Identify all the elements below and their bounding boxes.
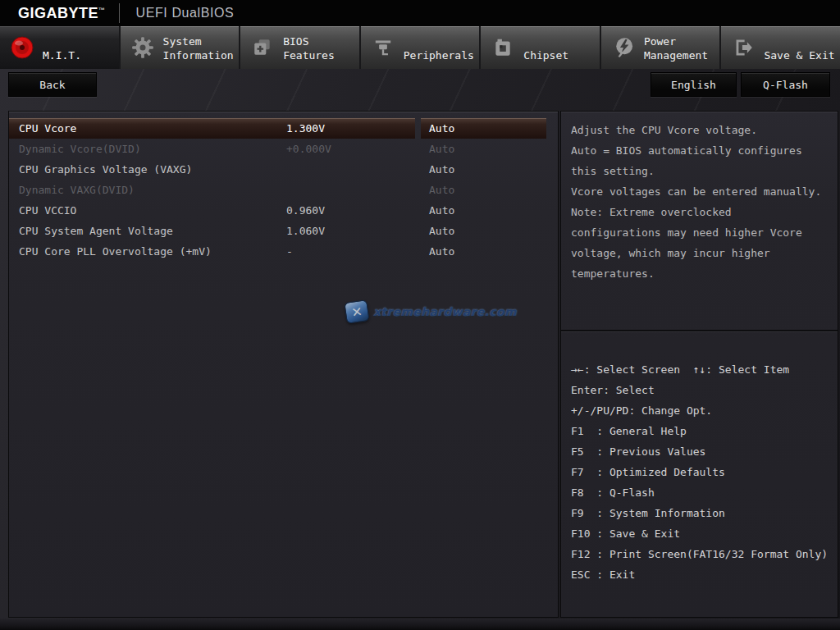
red-dot-icon: [10, 35, 34, 60]
key-legend-line: F7 : Optimized Defaults: [571, 462, 836, 482]
setting-row-cpu-vcore[interactable]: CPU Vcore 1.300V Auto: [9, 118, 558, 139]
setting-value: 1.060V: [286, 225, 415, 237]
help-panel: Adjust the CPU Vcore voltage. Auto = BIO…: [560, 111, 838, 618]
setting-label: CPU Graphics Voltage (VAXG): [9, 163, 286, 176]
power-bolt-icon: [611, 35, 636, 60]
top-bar: GIGABYTE™ UEFI DualBIOS: [0, 0, 840, 26]
key-legend-line: F1 : General Help: [571, 421, 836, 441]
firmware-title: UEFI DualBIOS: [136, 6, 235, 21]
key-legend-line: F10 : Save & Exit: [571, 523, 836, 544]
setting-option[interactable]: Auto: [421, 118, 546, 139]
setting-label: CPU Vcore: [9, 122, 286, 135]
setting-option: Auto: [421, 180, 546, 200]
back-button[interactable]: Back: [8, 72, 97, 97]
setting-main-cell: CPU System Agent Voltage 1.060V: [9, 221, 415, 241]
tab-label-system-information: System Information: [163, 33, 240, 62]
tab-label-mit: M.I.T.: [43, 33, 81, 62]
setting-row-dynamic-vaxg: Dynamic VAXG(DVID) Auto: [9, 180, 558, 200]
tab-save-exit[interactable]: Save & Exit: [721, 26, 840, 69]
watermark-x-icon: ✕: [344, 299, 369, 324]
key-legend-line: +/-/PU/PD: Change Opt.: [571, 400, 836, 421]
setting-main-cell: CPU Core PLL Overvoltage (+mV) -: [9, 241, 415, 262]
setting-main-cell: Dynamic VAXG(DVID): [9, 180, 415, 200]
chip-plus-icon: [250, 35, 275, 60]
setting-option: Auto: [421, 139, 546, 159]
help-line: this setting.: [571, 161, 829, 181]
setting-label: Dynamic VAXG(DVID): [9, 184, 286, 196]
setting-main-cell: CPU VCCIO 0.960V: [9, 200, 415, 221]
setting-label: CPU System Agent Voltage: [9, 225, 286, 237]
help-line: temperatures.: [571, 263, 829, 284]
gigabyte-logo: GIGABYTE™: [0, 5, 106, 22]
tab-label-chipset: Chipset: [523, 33, 568, 62]
tab-label-peripherals: Peripherals: [404, 33, 474, 62]
exit-door-icon: [731, 35, 756, 60]
peripheral-cable-icon: [371, 35, 395, 60]
topbar-divider: [119, 3, 120, 23]
key-legend-line: Enter: Select: [571, 380, 836, 400]
setting-row-cpu-vccio[interactable]: CPU VCCIO 0.960V Auto: [9, 200, 558, 221]
setting-row-dynamic-vcore: Dynamic Vcore(DVID) +0.000V Auto: [9, 139, 558, 159]
tab-system-information[interactable]: System Information: [121, 26, 241, 69]
key-legend-line: ESC : Exit: [571, 564, 836, 585]
key-legend-line: F8 : Q-Flash: [571, 482, 836, 503]
setting-label: CPU VCCIO: [9, 204, 286, 217]
help-line: voltage, which may incur higher: [571, 243, 829, 263]
setting-option[interactable]: Auto: [421, 200, 546, 221]
watermark: ✕ xtremehardware.com: [345, 301, 517, 322]
chipset-icon: [491, 35, 515, 60]
tab-bar: M.I.T. System Information: [0, 26, 840, 69]
setting-main-cell: CPU Vcore 1.300V: [9, 118, 415, 139]
tab-power-management[interactable]: Power Management: [601, 26, 722, 69]
tab-bios-features[interactable]: BIOS Features: [240, 26, 361, 69]
setting-option[interactable]: Auto: [421, 221, 546, 241]
setting-label: Dynamic Vcore(DVID): [9, 143, 286, 155]
help-line: Note: Extreme overclocked: [571, 202, 829, 222]
tab-label-power-management: Power Management: [644, 33, 720, 62]
key-legend-section: →←: Select Screen ↑↓: Select Item Enter:…: [561, 331, 838, 585]
setting-value: 0.960V: [286, 204, 415, 217]
setting-value: +0.000V: [286, 143, 415, 155]
tab-mit[interactable]: M.I.T.: [0, 26, 121, 69]
settings-list: CPU Vcore 1.300V Auto Dynamic Vcore(DVID…: [9, 112, 558, 262]
trademark-symbol: ™: [98, 7, 106, 14]
setting-row-cpu-system-agent[interactable]: CPU System Agent Voltage 1.060V Auto: [9, 221, 558, 241]
setting-row-cpu-graphics-voltage[interactable]: CPU Graphics Voltage (VAXG) Auto: [9, 159, 558, 180]
bottom-strip: [0, 619, 840, 630]
setting-option[interactable]: Auto: [421, 241, 546, 262]
key-legend-line: →←: Select Screen ↑↓: Select Item: [571, 359, 836, 380]
tab-chipset[interactable]: Chipset: [481, 26, 601, 69]
help-line: Vcore voltages can be entered manually.: [571, 181, 829, 202]
item-help-section: Adjust the CPU Vcore voltage. Auto = BIO…: [561, 112, 838, 331]
gear-icon: [130, 35, 155, 60]
settings-panel: CPU Vcore 1.300V Auto Dynamic Vcore(DVID…: [8, 111, 559, 618]
key-legend-line: F9 : System Information: [571, 503, 836, 523]
help-line: configurations may need higher Vcore: [571, 222, 829, 243]
setting-row-cpu-core-pll[interactable]: CPU Core PLL Overvoltage (+mV) - Auto: [9, 241, 558, 262]
help-line: Adjust the CPU Vcore voltage.: [571, 120, 829, 140]
setting-value: -: [286, 245, 415, 258]
setting-value: 1.300V: [286, 122, 415, 135]
setting-label: CPU Core PLL Overvoltage (+mV): [9, 245, 286, 258]
key-legend-line: F12 : Print Screen(FAT16/32 Format Only): [571, 544, 836, 564]
watermark-text: xtremehardware.com: [373, 305, 517, 318]
help-line: Auto = BIOS automatically configures: [571, 140, 829, 161]
qflash-button[interactable]: Q-Flash: [741, 72, 830, 97]
key-legend-line: F5 : Previous Values: [571, 441, 836, 462]
setting-option[interactable]: Auto: [421, 159, 546, 180]
tab-label-bios-features: BIOS Features: [283, 33, 359, 62]
tab-label-save-exit: Save & Exit: [764, 33, 834, 62]
setting-main-cell: CPU Graphics Voltage (VAXG): [9, 159, 415, 180]
language-button[interactable]: English: [651, 72, 737, 97]
tab-peripherals[interactable]: Peripherals: [361, 26, 482, 69]
setting-main-cell: Dynamic Vcore(DVID) +0.000V: [9, 139, 415, 159]
